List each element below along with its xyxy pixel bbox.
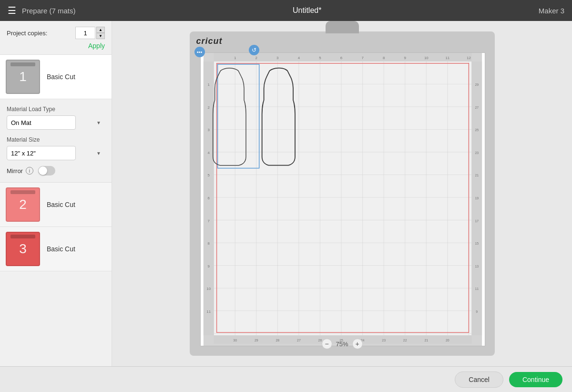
svg-rect-1 xyxy=(214,62,471,335)
mat-label-1: Basic Cut xyxy=(47,73,75,81)
copies-spinner: ▲ ▼ xyxy=(75,27,105,39)
mirror-row: Mirror i xyxy=(7,166,105,175)
mat-number-2: 2 xyxy=(19,197,27,212)
device-label: Maker 3 xyxy=(539,7,564,15)
svg-text:22: 22 xyxy=(403,339,407,342)
svg-text:29: 29 xyxy=(475,83,479,86)
svg-text:17: 17 xyxy=(475,219,479,223)
svg-text:21: 21 xyxy=(475,174,479,177)
material-size-label: Material Size xyxy=(7,136,105,143)
svg-text:11: 11 xyxy=(206,309,211,314)
mat-item-3[interactable]: 3 Basic Cut xyxy=(0,227,112,271)
svg-text:1: 1 xyxy=(207,83,210,87)
svg-text:3: 3 xyxy=(207,128,210,132)
svg-text:10: 10 xyxy=(206,287,211,291)
svg-text:5: 5 xyxy=(319,56,321,60)
material-size-select[interactable]: 12" x 12" 12" x 24" Custom xyxy=(7,146,76,160)
svg-text:19: 19 xyxy=(475,196,479,200)
svg-text:28: 28 xyxy=(276,339,279,342)
svg-text:2: 2 xyxy=(255,56,257,60)
svg-text:7: 7 xyxy=(207,219,209,223)
svg-text:7: 7 xyxy=(361,56,363,60)
svg-text:1: 1 xyxy=(234,56,236,60)
mirror-toggle[interactable] xyxy=(38,166,55,175)
material-load-type-label: Material Load Type xyxy=(7,106,105,113)
mat-thumb-2: 2 xyxy=(6,187,40,222)
mat-top-handle xyxy=(326,21,359,33)
continue-button[interactable]: Continue xyxy=(509,372,562,387)
svg-text:29: 29 xyxy=(254,339,258,342)
zoom-out-button[interactable]: − xyxy=(321,339,332,349)
copies-input[interactable] xyxy=(75,27,95,39)
document-title: Untitled* xyxy=(76,6,539,15)
svg-text:23: 23 xyxy=(382,339,386,342)
mirror-info-icon: i xyxy=(26,167,33,175)
zoom-controls: − 75% + xyxy=(321,339,362,349)
svg-text:6: 6 xyxy=(340,56,342,60)
svg-text:11: 11 xyxy=(475,287,479,290)
mat-thumb-1: 1 xyxy=(6,60,40,94)
canvas-area: cricut ••• ↺ xyxy=(112,21,572,366)
dots-button[interactable]: ••• xyxy=(194,47,205,57)
cricut-logo: cricut xyxy=(196,36,223,46)
controls-section: Material Load Type On Mat Without Mat ▼ … xyxy=(0,99,112,183)
svg-text:21: 21 xyxy=(424,339,428,342)
header: ☰ Prepare (7 mats) Untitled* Maker 3 xyxy=(0,0,572,21)
svg-text:10: 10 xyxy=(424,56,428,60)
grid-svg: 1 2 3 4 5 6 7 8 9 10 11 12 xyxy=(201,53,485,346)
svg-text:4: 4 xyxy=(207,151,210,155)
mat-label-3: Basic Cut xyxy=(47,245,75,253)
menu-icon[interactable]: ☰ xyxy=(8,5,16,16)
svg-text:13: 13 xyxy=(475,265,479,268)
project-copies-section: Project copies: ▲ ▼ Apply xyxy=(0,21,112,55)
project-copies-label: Project copies: xyxy=(7,30,47,37)
svg-text:4: 4 xyxy=(297,56,300,60)
svg-text:9: 9 xyxy=(207,264,210,268)
mat-number-3: 3 xyxy=(19,241,27,257)
svg-text:20: 20 xyxy=(446,339,449,342)
svg-text:25: 25 xyxy=(475,128,479,132)
material-load-type-chevron-icon: ▼ xyxy=(96,120,101,125)
material-size-chevron-icon: ▼ xyxy=(96,151,101,156)
svg-text:9: 9 xyxy=(476,310,478,313)
svg-text:23: 23 xyxy=(475,151,479,155)
svg-text:2: 2 xyxy=(207,105,209,110)
svg-text:11: 11 xyxy=(445,56,449,60)
svg-text:5: 5 xyxy=(207,173,210,177)
footer: Cancel Continue xyxy=(0,366,572,392)
svg-text:6: 6 xyxy=(207,196,210,200)
zoom-in-button[interactable]: + xyxy=(352,339,363,349)
svg-text:8: 8 xyxy=(207,241,210,246)
material-load-type-select-wrap: On Mat Without Mat ▼ xyxy=(7,115,105,130)
svg-text:27: 27 xyxy=(297,339,301,342)
cancel-button[interactable]: Cancel xyxy=(455,371,503,388)
svg-text:12: 12 xyxy=(467,56,471,60)
copies-up-button[interactable]: ▲ xyxy=(96,27,105,33)
svg-text:9: 9 xyxy=(404,56,406,60)
svg-text:8: 8 xyxy=(382,56,385,60)
zoom-value: 75% xyxy=(336,340,348,348)
mat-thumb-3: 3 xyxy=(6,232,40,266)
svg-text:30: 30 xyxy=(233,339,237,342)
main-layout: Project copies: ▲ ▼ Apply 1 Basic Cut xyxy=(0,21,572,366)
material-load-type-select[interactable]: On Mat Without Mat xyxy=(7,115,76,130)
toggle-knob xyxy=(39,166,47,175)
mat-number-1: 1 xyxy=(19,69,27,84)
svg-text:3: 3 xyxy=(276,56,279,60)
sidebar: Project copies: ▲ ▼ Apply 1 Basic Cut xyxy=(0,21,112,366)
mat-item-1[interactable]: 1 Basic Cut xyxy=(0,55,112,99)
mirror-label: Mirror xyxy=(7,167,23,175)
mat-canvas: cricut ••• ↺ xyxy=(190,31,495,356)
prepare-title: Prepare (7 mats) xyxy=(22,7,76,15)
svg-text:27: 27 xyxy=(475,106,479,109)
mat-item-2[interactable]: 2 Basic Cut xyxy=(0,183,112,227)
grid-container: 1 2 3 4 5 6 7 8 9 10 11 12 xyxy=(200,52,485,346)
copies-down-button[interactable]: ▼ xyxy=(96,33,105,39)
apply-button[interactable]: Apply xyxy=(88,42,105,50)
material-size-select-wrap: 12" x 12" 12" x 24" Custom ▼ xyxy=(7,146,105,160)
mat-label-2: Basic Cut xyxy=(47,201,75,208)
svg-text:15: 15 xyxy=(475,242,479,245)
refresh-button[interactable]: ↺ xyxy=(249,45,259,55)
